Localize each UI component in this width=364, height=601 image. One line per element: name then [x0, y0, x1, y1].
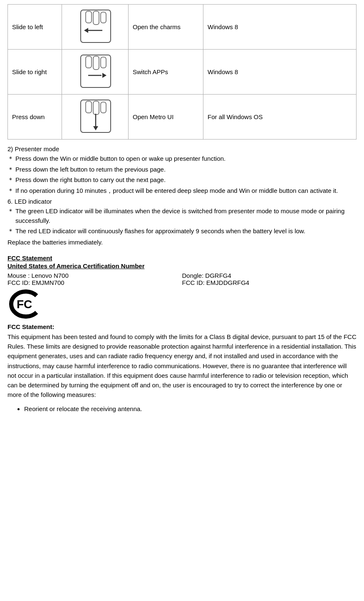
led-bullet-star-1: ＊	[7, 207, 14, 216]
fcc-subheading: United States of America Certification N…	[7, 262, 357, 269]
svg-marker-17	[93, 126, 98, 130]
gesture-image-slide-right	[62, 50, 129, 95]
presenter-bullet-text-4: If no operation during 10 minutes，produc…	[15, 186, 338, 196]
svg-marker-5	[84, 28, 88, 33]
gesture-label-slide-left: Slide to left	[8, 5, 62, 50]
led-bullet-1: ＊ The green LED indicator will be illumi…	[7, 207, 357, 225]
led-note: Replace the batteries immediately.	[7, 237, 357, 247]
svg-marker-11	[102, 73, 106, 78]
presenter-bullet-text-1: Press down the Win or middle button to o…	[15, 154, 225, 164]
bullet-star-1: ＊	[7, 154, 14, 164]
gesture-os-press-down: For all Windows OS	[203, 95, 357, 140]
presenter-bullet-2: ＊ Press down the left button to return t…	[7, 165, 357, 175]
fcc-logo: FC	[7, 289, 41, 319]
gesture-label-slide-right: Slide to right	[8, 50, 62, 95]
gesture-action-slide-right: Switch APPs	[129, 50, 203, 95]
led-bullet-2: ＊ The red LED indicator will continuousl…	[7, 227, 357, 236]
presenter-bullet-text-2: Press down the left button to return the…	[15, 165, 166, 175]
presenter-bullet-text-3: Press down the right button to carry out…	[15, 175, 166, 185]
table-row-slide-left: Slide to left Open the charms Windows 8	[8, 5, 357, 50]
bullet-star-2: ＊	[7, 165, 14, 175]
svg-rect-3	[101, 12, 106, 23]
gesture-label-press-down: Press down	[8, 95, 62, 140]
svg-rect-13	[86, 101, 92, 113]
gesture-action-press-down: Open Metro UI	[129, 95, 203, 140]
svg-text:FC: FC	[17, 298, 32, 311]
presenter-mode-section: 2) Presenter mode ＊ Press down the Win o…	[7, 145, 357, 195]
presenter-bullet-1: ＊ Press down the Win or middle button to…	[7, 154, 357, 164]
fcc-dongle-label: Dongle: DGRFG4	[182, 272, 357, 279]
svg-rect-7	[86, 56, 92, 68]
led-bullet-star-2: ＊	[7, 227, 14, 236]
slide-left-icon	[72, 8, 118, 45]
table-row-press-down: Press down Open Metro UI For all Windows…	[8, 95, 357, 140]
bottom-list: Reorient or relocate the receiving anten…	[7, 404, 357, 414]
fcc-section: FCC Statement United States of America C…	[7, 254, 357, 414]
svg-rect-2	[93, 11, 99, 25]
fcc-statement-body: This equipment has been tested and found…	[7, 332, 357, 400]
bullet-star-3: ＊	[7, 175, 14, 185]
gesture-table: Slide to left Open the charms Windows 8 …	[7, 4, 357, 140]
fcc-heading: FCC Statement	[7, 254, 357, 262]
fcc-info-grid: Mouse : Lenovo N700 Dongle: DGRFG4 FCC I…	[7, 272, 357, 286]
presenter-bullet-4: ＊ If no operation during 10 minutes，prod…	[7, 186, 357, 196]
svg-rect-8	[93, 56, 99, 70]
led-bullet-text-2: The red LED indicator will continuously …	[15, 227, 305, 236]
press-down-icon	[72, 98, 118, 135]
gesture-image-slide-left	[62, 5, 129, 50]
fcc-dongle-id: FCC ID: EMJDDGRFG4	[182, 279, 357, 286]
bullet-star-4: ＊	[7, 186, 14, 196]
presenter-bullet-3: ＊ Press down the right button to carry o…	[7, 175, 357, 185]
table-row-slide-right: Slide to right Switch APPs Windows 8	[8, 50, 357, 95]
gesture-os-slide-right: Windows 8	[203, 50, 357, 95]
gesture-image-press-down	[62, 95, 129, 140]
svg-rect-15	[101, 102, 106, 113]
led-indicator-title: 6. LED indicator	[7, 198, 357, 205]
gesture-action-slide-left: Open the charms	[129, 5, 203, 50]
svg-rect-14	[93, 101, 99, 115]
svg-rect-9	[101, 57, 106, 68]
svg-rect-1	[86, 11, 92, 23]
list-item-1: Reorient or relocate the receiving anten…	[24, 404, 357, 414]
led-indicator-section: 6. LED indicator ＊ The green LED indicat…	[7, 198, 357, 247]
gesture-os-slide-left: Windows 8	[203, 5, 357, 50]
fcc-statement-title: FCC Statement:	[7, 323, 357, 330]
presenter-mode-title: 2) Presenter mode	[7, 145, 357, 152]
slide-right-icon	[72, 53, 118, 90]
led-bullet-text-1: The green LED indicator will be illumina…	[15, 207, 357, 225]
fcc-mouse-id: FCC ID: EMJMN700	[7, 279, 182, 286]
fcc-mouse-label: Mouse : Lenovo N700	[7, 272, 182, 279]
